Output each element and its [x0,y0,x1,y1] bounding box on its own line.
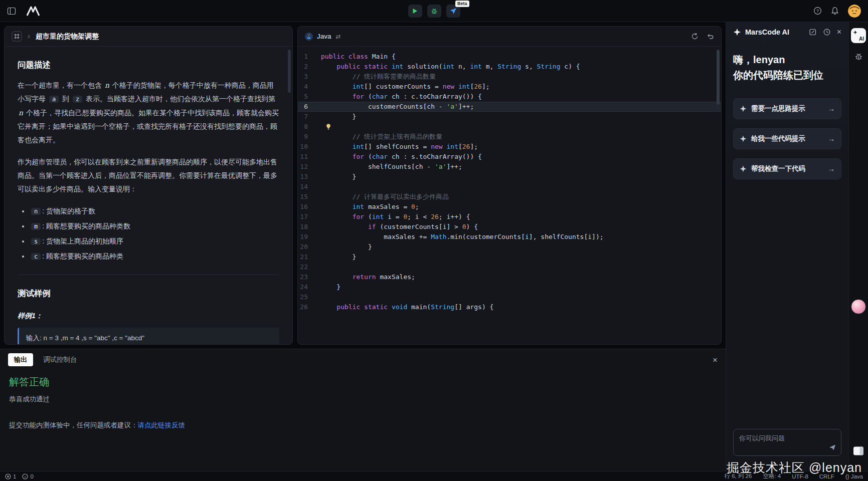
debug-button[interactable] [427,5,441,18]
line-number: 9 [298,132,321,142]
marscode-logo-icon[interactable] [26,6,40,16]
code-line[interactable]: 20 } [298,242,721,252]
problem-panel: ♀ 超市里的货物架调整 问题描述 在一个超市里，有一个包含 n 个格子的货物架，… [4,26,293,345]
panel-toggle-icon[interactable] [853,446,864,456]
problem-paragraph-2: 作为超市管理员，你可以在顾客到来之前重新调整商品的顺序，以便尽可能多地出售商品。… [18,155,279,196]
code-line[interactable]: 14 [298,182,721,192]
tab-debug-console[interactable]: 调试控制台 [43,355,77,364]
description-heading: 问题描述 [18,57,279,73]
close-icon[interactable]: × [837,28,841,36]
code-editor[interactable]: 1public class Main {2 public static int … [298,47,721,344]
submit-button[interactable]: Beta [446,5,460,18]
new-chat-icon[interactable] [809,28,817,36]
code-line[interactable]: 9 // 统计货架上现有商品的数量 [298,132,721,142]
code-line[interactable]: 24 } [298,282,721,292]
indent-setting[interactable]: 空格: 4 [763,472,781,480]
run-button[interactable] [408,5,422,18]
editor-scrollbar[interactable] [717,50,720,105]
samples-heading: 测试样例 [18,285,279,301]
code-line[interactable]: 17 for (int i = 0; i < 26; i++) { [298,212,721,222]
help-icon[interactable]: ? [813,7,822,15]
line-number: 17 [298,212,321,222]
ai-chat-input-container [733,429,841,456]
ai-suggestion-code-hint[interactable]: 给我一些代码提示 → [733,128,841,149]
code-line[interactable]: 15 // 计算最多可以卖出多少件商品 [298,192,721,202]
line-number: 4 [298,82,321,92]
code-text: public static int solution(int n, int m,… [321,62,580,72]
problem-paragraph-1: 在一个超市里，有一个包含 n 个格子的货物架，每个格子中放有一种商品，商品用小写… [18,79,279,147]
code-text: for (char ch : s.toCharArray()) { [321,152,482,162]
code-line[interactable]: 25 [298,292,721,302]
code-line[interactable]: 7 } [298,112,721,122]
line-number: 16 [298,202,321,212]
language-mode[interactable]: {} Java [845,473,863,479]
ai-assistant-button[interactable]: AI [851,28,866,43]
code-line[interactable]: 13 } [298,172,721,182]
lightbulb-icon[interactable] [325,103,332,110]
sample-1-box: 输入: n = 3 ,m = 4 ,s = "abc" ,c = "abcd" … [18,328,279,344]
warnings-indicator[interactable]: 0 [22,473,33,479]
code-line[interactable]: 4 int[] customerCounts = new int[26]; [298,82,721,92]
encoding-setting[interactable]: UTF-8 [792,473,808,479]
line-number: 12 [298,162,321,172]
code-line[interactable]: 8 [298,122,721,132]
code-line[interactable]: 18 if (customerCounts[i] > 0) { [298,222,721,232]
sample-1-label: 样例1： [18,309,279,323]
code-line[interactable]: 11 for (char ch : s.toCharArray()) { [298,152,721,162]
code-line[interactable]: 19 maxSales += Math.min(customerCounts[i… [298,232,721,242]
code-line[interactable]: 10 int[] shelfCounts = new int[26]; [298,142,721,152]
refresh-icon[interactable] [691,33,699,40]
line-number: 7 [298,112,321,122]
sparkle-icon [740,135,747,142]
problem-panel-header: ♀ 超市里的货物架调整 [5,27,292,47]
profile-avatar[interactable] [851,299,866,314]
tab-java[interactable]: Java [305,33,331,41]
problem-title: 超市里的货物架调整 [36,32,99,41]
tab-output[interactable]: 输出 [8,353,33,366]
ai-panel-title: MarsCode AI [745,28,789,36]
code-line[interactable]: 3 // 统计顾客需要的商品数量 [298,72,721,82]
close-icon[interactable]: × [713,356,718,364]
ai-suggestion-idea-hint[interactable]: 需要一点思路提示 → [733,98,841,119]
cursor-position[interactable]: 行 6, 列 26 [724,472,752,480]
line-number: 14 [298,182,321,192]
topbar: Beta ? [0,0,868,22]
errors-indicator[interactable]: 1 [5,473,16,479]
send-message-icon[interactable] [828,443,836,451]
problem-scrollbar[interactable] [288,50,291,93]
code-line[interactable]: 23 return maxSales; [298,272,721,282]
notifications-bell-icon[interactable] [831,7,839,15]
report-bug-icon[interactable] [854,52,863,61]
feedback-link[interactable]: 请点此链接反馈 [138,421,186,429]
code-line[interactable]: 26 public static void main(String[] args… [298,302,721,312]
code-line[interactable]: 2 public static int solution(int n, int … [298,62,721,72]
line-number: 25 [298,292,321,302]
code-line[interactable]: 12 shelfCounts[ch - 'a']++; [298,162,721,172]
sample-1-input: 输入: n = 3 ,m = 4 ,s = "abc" ,c = "abcd" [26,332,272,344]
ai-suggestion-check-code[interactable]: 帮我检查一下代码 → [733,158,841,179]
code-text: int[] shelfCounts = new int[26]; [321,142,478,152]
reset-code-icon[interactable] [707,33,714,40]
code-line[interactable]: 6 customerCounts[ch - 'a']++; [298,102,721,112]
code-line[interactable]: 22 [298,262,721,272]
statusbar: 1 0 行 6, 列 26 空格: 4 UTF-8 CRLF {} Java [0,471,868,481]
ai-greeting-line1: 嗨，lenyan [733,52,841,68]
code-line[interactable]: 1public class Main { [298,52,721,62]
history-icon[interactable] [823,28,831,36]
output-tab-bar: 输出 调试控制台 × [0,349,726,370]
sparkle-icon [740,105,747,112]
beta-badge: Beta [455,1,469,7]
ai-chat-input[interactable] [734,429,841,455]
ai-panel-header: MarsCode AI × [733,22,841,42]
user-avatar[interactable] [848,5,861,18]
code-line[interactable]: 21 } [298,252,721,262]
eol-setting[interactable]: CRLF [819,473,834,479]
bug-icon [431,8,438,15]
code-line[interactable]: 16 int maxSales = 0; [298,202,721,212]
sidebar-toggle-icon[interactable] [7,7,16,16]
code-text: public class Main { [321,52,396,62]
switch-language-icon[interactable]: ⇄ [336,33,341,40]
line-number: 20 [298,242,321,252]
ai-greeting-line2: 你的代码陪练已到位 [733,68,841,83]
code-line[interactable]: 5 for (char ch : c.toCharArray()) { [298,92,721,102]
